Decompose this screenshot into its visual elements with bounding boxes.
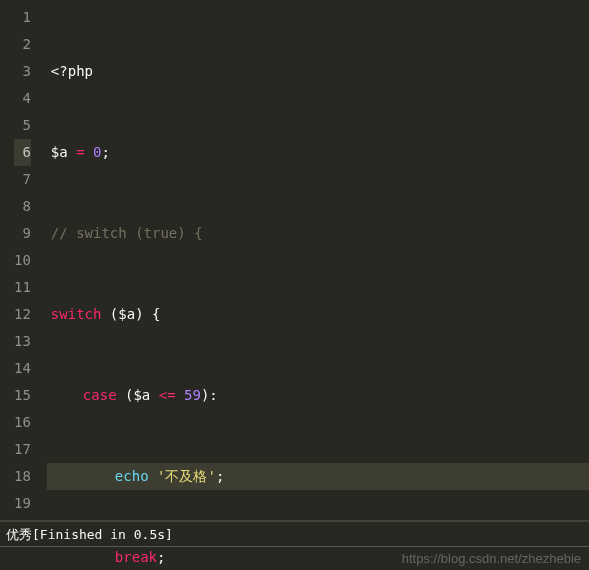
line-number: 9: [14, 220, 31, 247]
code-line[interactable]: $a = 0;: [47, 139, 589, 166]
code-line-active[interactable]: echo '不及格';: [47, 463, 589, 490]
line-number: 2: [14, 31, 31, 58]
code-line[interactable]: <?php: [47, 58, 589, 85]
line-number: 11: [14, 274, 31, 301]
line-number: 13: [14, 328, 31, 355]
line-number: 10: [14, 247, 31, 274]
line-number-gutter: 1 2 3 4 5 6 7 8 9 10 11 12 13 14 15 16 1…: [0, 0, 39, 520]
code-content[interactable]: <?php $a = 0; // switch (true) { switch …: [39, 0, 589, 520]
line-number: 15: [14, 382, 31, 409]
code-editor: 1 2 3 4 5 6 7 8 9 10 11 12 13 14 15 16 1…: [0, 0, 589, 520]
output-result: 优秀: [6, 527, 32, 542]
output-finished: [Finished in 0.5s]: [32, 527, 173, 542]
line-number: 14: [14, 355, 31, 382]
line-number: 7: [14, 166, 31, 193]
line-number-active: 6: [14, 139, 31, 166]
line-number: 1: [14, 4, 31, 31]
code-line[interactable]: case ($a <= 59):: [47, 382, 589, 409]
line-number: 3: [14, 58, 31, 85]
line-number: 19: [14, 490, 31, 517]
code-line[interactable]: switch ($a) {: [47, 301, 589, 328]
watermark-text: https://blog.csdn.net/zhezhebie: [402, 551, 581, 566]
line-number: 4: [14, 85, 31, 112]
code-line[interactable]: // switch (true) {: [47, 220, 589, 247]
line-number: 17: [14, 436, 31, 463]
line-number: 12: [14, 301, 31, 328]
line-number: 8: [14, 193, 31, 220]
line-number: 18: [14, 463, 31, 490]
line-number: 5: [14, 112, 31, 139]
line-number: 16: [14, 409, 31, 436]
